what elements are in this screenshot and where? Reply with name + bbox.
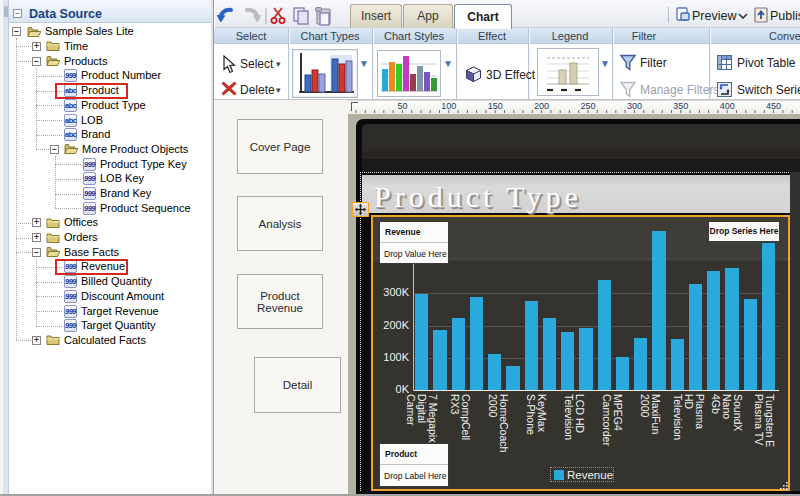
svg-text:400: 400	[720, 101, 735, 111]
svg-text:150: 150	[488, 101, 503, 111]
svg-text:300: 300	[627, 101, 642, 111]
svg-text:100: 100	[441, 101, 456, 111]
svg-text:200: 200	[534, 101, 549, 111]
svg-text:50: 50	[397, 101, 407, 111]
svg-text:450: 450	[766, 101, 781, 111]
svg-text:350: 350	[673, 101, 688, 111]
svg-text:250: 250	[580, 101, 595, 111]
